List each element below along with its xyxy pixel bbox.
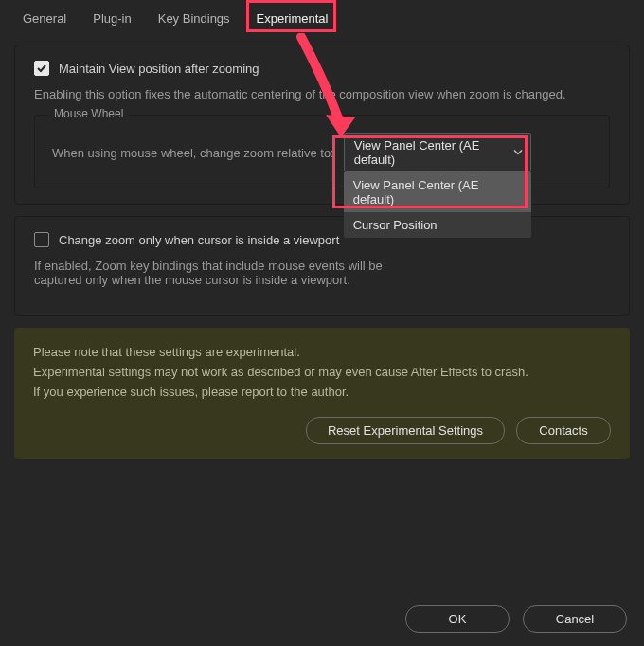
fieldset-legend: Mouse Wheel	[48, 107, 129, 120]
zoom-relative-select[interactable]: View Panel Center (AE default) View Pane…	[344, 133, 531, 172]
tab-general[interactable]: General	[9, 4, 80, 35]
checkbox-maintain-view[interactable]	[34, 61, 49, 76]
ok-button[interactable]: OK	[405, 605, 510, 633]
select-value: View Panel Center (AE default)	[354, 138, 480, 167]
footer-buttons: OK Cancel	[405, 605, 627, 633]
contacts-button[interactable]: Contacts	[516, 417, 611, 444]
cursor-viewport-desc: If enabled, Zoom key bindings that inclu…	[34, 259, 610, 287]
warning-text: Please note that these settings are expe…	[33, 343, 611, 402]
maintain-view-desc: Enabling this option fixes the automatic…	[34, 87, 610, 101]
cancel-button[interactable]: Cancel	[523, 605, 627, 633]
checkbox-maintain-view-label: Maintain View position after zooming	[59, 62, 259, 76]
tab-experimental[interactable]: Experimental	[243, 4, 342, 35]
panel-cursor-viewport: Change zoom only when cursor is inside a…	[14, 216, 630, 316]
check-icon	[36, 63, 47, 74]
checkbox-cursor-viewport-label: Change zoom only when cursor is inside a…	[59, 233, 339, 247]
tabs-bar: General Plug-in Key Bindings Experimenta…	[0, 0, 644, 35]
panel-maintain-view: Maintain View position after zooming Ena…	[14, 45, 630, 205]
option-cursor-position[interactable]: Cursor Position	[344, 212, 531, 238]
wheel-label: When using mouse wheel, change zoom rela…	[52, 146, 334, 160]
panel-warning: Please note that these settings are expe…	[14, 328, 630, 459]
option-view-panel-center[interactable]: View Panel Center (AE default)	[344, 172, 531, 212]
select-dropdown: View Panel Center (AE default) Cursor Po…	[344, 172, 531, 238]
tab-keybindings[interactable]: Key Bindings	[145, 4, 243, 35]
fieldset-mouse-wheel: Mouse Wheel When using mouse wheel, chan…	[34, 115, 610, 188]
chevron-down-icon	[513, 146, 523, 160]
tab-plugin[interactable]: Plug-in	[80, 4, 144, 35]
checkbox-cursor-viewport[interactable]	[34, 232, 49, 247]
reset-experimental-button[interactable]: Reset Experimental Settings	[306, 417, 505, 444]
